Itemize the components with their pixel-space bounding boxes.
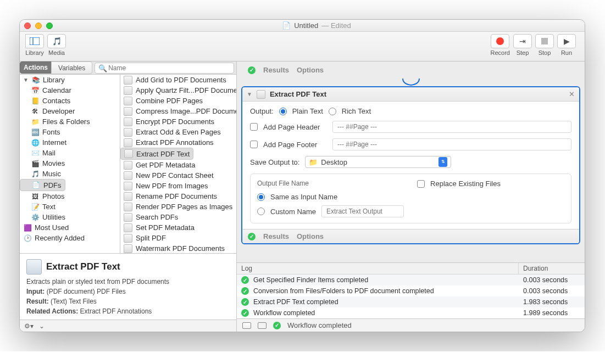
log-column-header[interactable]: Log [237,263,519,274]
results-link[interactable]: Results [263,232,289,240]
duration-column-header[interactable]: Duration [519,263,585,274]
tree-item-calendar[interactable]: 📅Calendar [20,85,120,96]
tree-item-pdfs[interactable]: 📄PDFs [20,179,65,191]
save-location-popup[interactable]: 📁 Desktop ⇅ [305,156,451,168]
tree-item-contacts[interactable]: 📒Contacts [20,96,120,106]
action-list-item[interactable]: Watermark PDF Documents [120,243,236,253]
edited-indicator: — Edited [321,21,351,30]
toggle-info-button[interactable]: ⌄ [39,322,45,330]
category-tree[interactable]: ▼ 📚 Library 📅Calendar📒Contacts🛠Developer… [20,75,120,253]
clock-icon: 🕑 [23,234,32,243]
results-link[interactable]: Results [263,66,289,74]
run-button[interactable]: ▶ [557,34,576,48]
action-list-item[interactable]: Extract PDF Annotations [120,137,236,148]
tree-item-utilities[interactable]: ⚙️Utilities [20,212,120,222]
action-list-item[interactable]: Apply Quartz Filt...PDF Documents [120,85,236,96]
disclosure-triangle-icon[interactable]: ▼ [23,77,29,83]
action-list-item[interactable]: Extract PDF Text [120,148,193,160]
tree-label: Files & Folders [42,117,90,126]
log-view-button[interactable] [242,322,251,329]
pdf-action-icon [124,203,132,211]
log-row[interactable]: ✓Workflow completed1.989 seconds [237,307,585,318]
tree-label: Most Used [35,223,69,232]
search-input[interactable] [107,64,230,72]
pdf-action-icon [124,192,132,201]
variables-view-button[interactable] [258,322,267,329]
action-list-item[interactable]: Combine PDF Pages [120,96,236,106]
radio-rich-text[interactable] [329,108,336,115]
action-list-item[interactable]: Extract Odd & Even Pages [120,127,236,137]
media-label: Media [48,49,65,56]
checkbox-add-header[interactable] [250,123,258,131]
checkbox-add-footer[interactable] [250,141,258,148]
pdf-action-icon [124,107,132,116]
pdf-action-icon [124,182,132,191]
action-list-item[interactable]: Split PDF [120,233,236,243]
action-card-title: Extract PDF Text [270,90,326,98]
tree-label: Music [42,170,61,178]
tree-item-internet[interactable]: 🌐Internet [20,137,120,148]
action-list-item[interactable]: New PDF from Images [120,181,236,191]
tree-item-developer[interactable]: 🛠Developer [20,106,120,116]
tree-item-text[interactable]: 📝Text [20,201,120,212]
tree-recently-added[interactable]: 🕑 Recently Added [20,233,120,243]
tree-label: PDFs [43,181,62,189]
action-list-item[interactable]: New PDF Contact Sheet [120,170,236,181]
action-list-item[interactable]: Rename PDF Documents [120,191,236,201]
options-link[interactable]: Options [297,232,324,240]
action-list-item[interactable]: Get PDF Metadata [120,160,236,170]
remove-action-button[interactable]: ✕ [569,90,575,98]
tree-label: Calendar [42,86,71,94]
action-list-item[interactable]: Add Grid to PDF Documents [120,75,236,85]
log-row[interactable]: ✓Extract PDF Text completed1.983 seconds [237,296,585,307]
action-name: New PDF from Images [136,182,208,190]
record-button[interactable] [491,34,509,48]
radio-custom-name[interactable] [257,208,265,215]
action-list-item[interactable]: Render PDF Pages as Images [120,201,236,212]
media-button[interactable]: 🎵 [47,34,66,48]
log-message: Extract PDF Text completed [253,298,338,306]
pdf-action-icon [124,86,132,95]
action-card-header[interactable]: ▼ Extract PDF Text ✕ [242,87,579,102]
workflow-canvas[interactable]: ✓ Results Options ▼ Extract PDF Text ✕ [237,61,585,262]
tree-most-used[interactable]: 🟪 Most Used [20,222,120,233]
tree-item-mail[interactable]: ✉️Mail [20,148,120,158]
close-window-button[interactable] [24,23,31,29]
info-input-value: (PDF document) PDF Files [47,288,126,295]
tree-library-root[interactable]: ▼ 📚 Library [20,75,120,85]
action-list-item[interactable]: Search PDFs [120,212,236,222]
checkbox-replace-existing[interactable] [417,180,425,188]
actions-tab[interactable]: Actions [20,61,52,74]
action-list[interactable]: Add Grid to PDF DocumentsApply Quartz Fi… [120,75,236,253]
category-icon: 🖼 [31,192,40,201]
stop-button[interactable] [535,34,554,48]
tree-item-photos[interactable]: 🖼Photos [20,191,120,201]
search-field[interactable]: 🔍 [95,63,234,74]
options-link[interactable]: Options [297,66,324,74]
gear-menu-icon[interactable]: ⚙︎▾ [24,322,34,330]
step-button[interactable]: ⇥ [513,34,532,48]
disclosure-triangle-icon[interactable]: ▼ [247,91,252,97]
tree-item-music[interactable]: 🎵Music [20,169,120,179]
tree-item-movies[interactable]: 🎬Movies [20,158,120,169]
previous-action-footer: ✓ Results Options [241,64,580,79]
tree-item-fonts[interactable]: 🔤Fonts [20,127,120,137]
action-name: Get PDF Metadata [136,161,195,169]
radio-same-name[interactable] [257,193,265,201]
action-name: Apply Quartz Filt...PDF Documents [136,86,236,94]
action-list-item[interactable]: Compress Image...PDF Documents [120,106,236,116]
radio-plain-text[interactable] [279,108,287,115]
minimize-window-button[interactable] [35,23,42,29]
action-list-item[interactable]: Encrypt PDF Documents [120,116,236,127]
tree-item-files-folders[interactable]: 📁Files & Folders [20,116,120,127]
action-list-item[interactable]: Set PDF Metadata [120,222,236,233]
variables-tab[interactable]: Variables [51,61,92,74]
add-header-label: Add Page Header [263,123,327,131]
log-panel: Log Duration ✓Get Specified Finder Items… [237,262,585,318]
zoom-window-button[interactable] [46,23,53,29]
action-name: Extract PDF Text [136,150,190,158]
info-result-value: (Text) Text Files [51,298,97,305]
log-row[interactable]: ✓Get Specified Finder Items completed0.0… [237,275,585,285]
log-row[interactable]: ✓Conversion from Files/Folders to PDF do… [237,285,585,296]
library-toggle-button[interactable] [25,34,44,48]
